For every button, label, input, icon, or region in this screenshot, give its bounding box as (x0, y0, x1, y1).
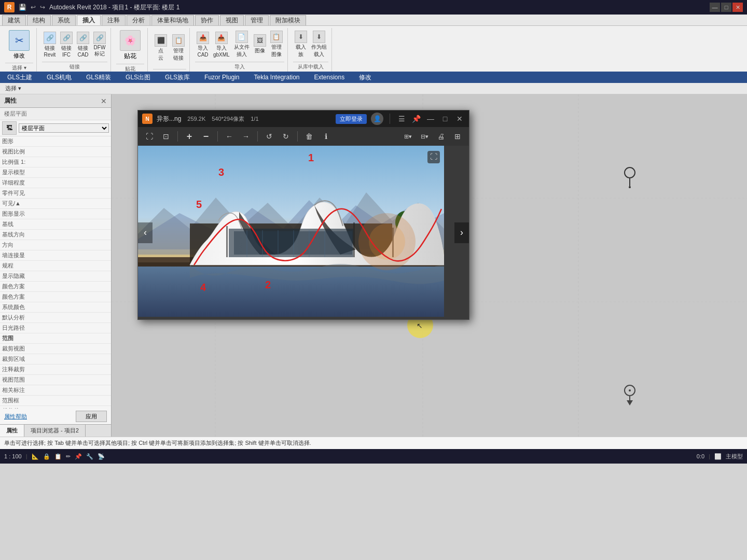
viewer-avatar[interactable]: 👤 (371, 113, 383, 125)
status-icon-6[interactable]: 🔧 (86, 453, 93, 460)
status-icon-3[interactable]: 📋 (54, 453, 62, 460)
vt-crop[interactable]: ⊟▾ (417, 130, 432, 143)
viewer-prev-button[interactable]: ‹ (138, 222, 153, 243)
status-icon-5[interactable]: 📌 (75, 453, 82, 460)
tab-collaborate[interactable]: 协作 (195, 15, 219, 25)
decal-button[interactable]: 🌸 贴花 (116, 28, 144, 63)
gls-jingzhuang[interactable]: GLS精装 (83, 72, 114, 83)
status-checkbox[interactable]: ⬜ (714, 453, 722, 460)
svg-rect-29 (226, 226, 228, 257)
vt-expand[interactable]: ⊞ (450, 130, 465, 143)
close-button[interactable]: ✕ (732, 3, 743, 12)
viewer-image-area: ‹ › (138, 146, 469, 319)
gls-jianjian[interactable]: GLS土建 (4, 72, 35, 83)
load-as-group-button[interactable]: ⬇ 作为组载入 (310, 30, 328, 59)
apply-button[interactable]: 应用 (76, 411, 107, 422)
modify-btn[interactable]: 修改 (356, 72, 375, 83)
viewer-size: 259.2K (187, 116, 205, 122)
vt-grid[interactable]: ⊞▾ (400, 130, 415, 143)
vt-print[interactable]: 🖨 (434, 130, 448, 143)
prop-annotation-crop: 注释裁剪 (0, 365, 111, 375)
point-cloud-button[interactable]: ⬛ 点云 (153, 33, 169, 63)
import-cad-button[interactable]: 📥 导入CAD (195, 31, 211, 59)
viewer-minimize-button[interactable]: — (425, 114, 436, 124)
vt-fullscreen[interactable]: ⛶ (142, 130, 157, 143)
from-file-button[interactable]: 📄 从文件插入 (232, 30, 251, 59)
prop-wall-join: 墙连接显 (0, 250, 111, 261)
prop-related-annotation: 相关标注 (0, 385, 111, 396)
vt-next[interactable]: → (239, 130, 253, 143)
properties-close-button[interactable]: ✕ (101, 97, 107, 105)
viewer-login-button[interactable]: 立即登录 (336, 114, 367, 124)
status-icon-7[interactable]: 📡 (98, 453, 105, 460)
vt-zoom-out[interactable]: − (199, 130, 213, 143)
status-icon-1[interactable]: 📐 (32, 453, 39, 460)
prop-tab-properties[interactable]: 属性 (0, 425, 24, 437)
load-family-button[interactable]: ⬇ 载入族 (293, 30, 309, 59)
quick-save[interactable]: 💾 (19, 4, 26, 11)
vt-zoom-in[interactable]: + (182, 130, 197, 143)
tab-view[interactable]: 视图 (220, 15, 244, 25)
link-revit-button[interactable]: 🔗 链接Revit (42, 31, 58, 59)
tab-insert[interactable]: 插入 (77, 15, 101, 25)
properties-title: 属性 (4, 96, 17, 105)
manage-image-button[interactable]: 📋 管理图像 (269, 30, 284, 59)
tekla-integration[interactable]: Tekla Integration (251, 73, 302, 82)
view-type-select[interactable]: 楼层平面 (19, 123, 109, 133)
quick-redo[interactable]: ↪ (40, 4, 45, 11)
gls-jidian[interactable]: GLS机电 (44, 72, 75, 83)
canvas-area[interactable]: ↖ N 异形...ng 259.2K 540*294像素 1/1 立即登录 👤 … (112, 94, 747, 437)
architecture-image: 1 2 3 4 5 ⛶ (138, 146, 444, 317)
vt-fit[interactable]: ⊡ (159, 130, 173, 143)
svg-text:5: 5 (196, 199, 202, 210)
prop-baseline: 基线 (0, 219, 111, 230)
viewer-maximize-button[interactable]: □ (440, 114, 450, 124)
tab-systems[interactable]: 系统 (52, 15, 76, 25)
prop-view-range: 视图范围 (0, 375, 111, 385)
image-button[interactable]: 🖼 图像 (252, 33, 268, 55)
viewer-menu-button[interactable]: ☰ (396, 114, 407, 124)
tab-analyze[interactable]: 分析 (127, 15, 150, 25)
vt-rotate-left[interactable]: ↺ (262, 130, 276, 143)
quick-undo[interactable]: ↩ (31, 4, 36, 11)
gls-zuku[interactable]: GLS族库 (162, 72, 193, 83)
import-gbxml-button[interactable]: 📥 导入gbXML (212, 31, 231, 59)
prop-tab-browser[interactable]: 项目浏览器 - 项目2 (24, 425, 86, 437)
tab-architecture[interactable]: 建筑 (2, 15, 26, 25)
maximize-button[interactable]: □ (721, 3, 731, 12)
image-viewer[interactable]: N 异形...ng 259.2K 540*294像素 1/1 立即登录 👤 ☰ … (137, 110, 469, 320)
tab-structure[interactable]: 结构 (27, 15, 51, 25)
prop-orientation: 方向 (0, 240, 111, 250)
minimize-button[interactable]: — (710, 3, 720, 12)
extensions[interactable]: Extensions (311, 73, 348, 82)
modify-tool-button[interactable]: ✂ 修改 (5, 28, 33, 62)
link-ifc-button[interactable]: 🔗 链接IFC (59, 31, 74, 59)
status-bar: 1 : 100 | 📐 🔒 📋 ✏ 📌 🔧 📡 0:0 | ⬜ 主模型 (0, 449, 747, 464)
link-dfw-button[interactable]: 🔗 DFW标记 (92, 31, 107, 59)
vt-info[interactable]: ℹ (319, 130, 333, 143)
fuzor-plugin[interactable]: Fuzor Plugin (201, 73, 242, 82)
properties-header: 属性 ✕ (0, 94, 111, 108)
gls-chutu[interactable]: GLS出图 (122, 72, 154, 83)
link-group-label: 链接 (42, 62, 107, 72)
title-text: Autodesk Revit 2018 - 项目1 - 楼层平面: 楼层 1 (49, 3, 179, 12)
select-dropdown[interactable]: 选择 ▾ (2, 83, 24, 93)
vt-delete[interactable]: 🗑 (302, 130, 316, 143)
manage-links-button[interactable]: 📋 管理链接 (171, 33, 186, 63)
gls-bar: GLS土建 GLS机电 GLS精装 GLS出图 GLS族库 Fuzor Plug… (0, 72, 747, 83)
status-icon-4[interactable]: ✏ (66, 453, 71, 460)
vt-prev[interactable]: ← (222, 130, 237, 143)
viewer-next-button[interactable]: › (454, 222, 469, 243)
status-icon-2[interactable]: 🔒 (43, 453, 50, 460)
link-cad-button[interactable]: 🔗 链接CAD (75, 31, 91, 59)
svg-text:4: 4 (200, 282, 206, 293)
viewer-close-button[interactable]: ✕ (454, 114, 465, 124)
viewer-dimensions: 540*294像素 (212, 115, 244, 123)
tab-annotate[interactable]: 注释 (102, 15, 126, 25)
prop-help-link[interactable]: 属性帮助 (4, 413, 27, 421)
tab-manage[interactable]: 管理 (245, 15, 269, 25)
viewer-pin-button[interactable]: 📌 (411, 114, 421, 124)
vt-rotate-right[interactable]: ↻ (279, 130, 293, 143)
tab-massing[interactable]: 体量和场地 (151, 15, 194, 25)
tab-addins[interactable]: 附加模块 (270, 15, 306, 25)
